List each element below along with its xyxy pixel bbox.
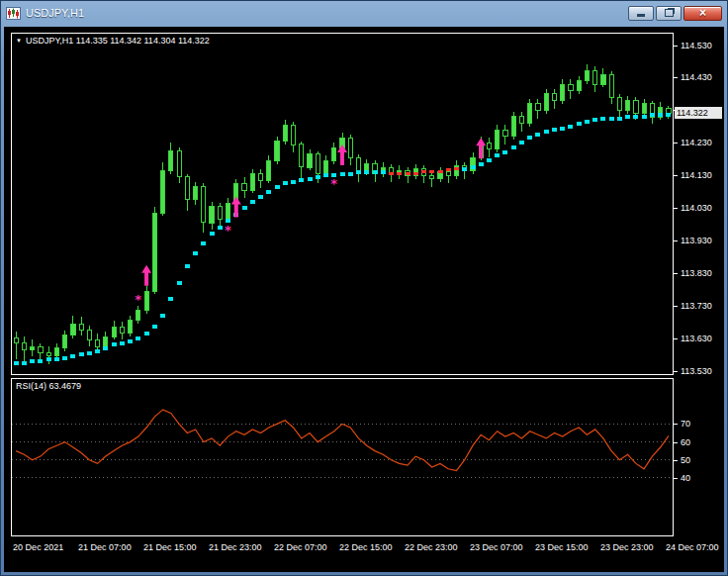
candlestick-chart-icon: [6, 7, 21, 20]
current-price-tag: 114.322: [675, 107, 722, 119]
rsi-axis-tick: [674, 478, 678, 479]
chart-client-area: *** ▼ USDJPY,H1 114.335 114.342 114.304 …: [4, 27, 724, 572]
ohlc-text: USDJPY,H1 114.335 114.342 114.304 114.32…: [26, 36, 210, 46]
rsi-axis-label: 50: [681, 455, 690, 465]
main-chart-pane[interactable]: *** ▼ USDJPY,H1 114.335 114.342 114.304 …: [11, 33, 674, 375]
time-axis-label: 23 Dec 07:00: [470, 542, 523, 552]
window-titlebar[interactable]: USDJPY,H1 ×: [1, 1, 727, 25]
rsi-axis-label: 60: [681, 437, 690, 447]
symbol-marker-icon: ▼: [16, 36, 22, 46]
rsi-pane[interactable]: RSI(14) 63.4679: [11, 378, 674, 536]
close-button[interactable]: ×: [683, 6, 722, 21]
chart-window: USDJPY,H1 × *** ▼ USDJPY,H1 114.335 114.…: [0, 0, 728, 576]
candlestick-chart: ***: [12, 34, 673, 374]
rsi-axis-label: 40: [681, 473, 690, 483]
restore-icon: [665, 9, 674, 17]
minimize-icon: [637, 14, 645, 17]
time-axis-label: 21 Dec 23:00: [209, 542, 262, 552]
rsi-axis-label: 70: [681, 419, 690, 429]
ohlc-label: ▼ USDJPY,H1 114.335 114.342 114.304 114.…: [16, 36, 210, 46]
rsi-axis-tick: [674, 424, 678, 425]
rsi-axis-tick: [674, 442, 678, 443]
time-axis-label: 22 Dec 07:00: [274, 542, 327, 552]
svg-text:*: *: [225, 223, 231, 238]
window-controls: ×: [628, 6, 722, 21]
time-axis-label: 21 Dec 15:00: [143, 542, 197, 552]
time-axis-label: 24 Dec 07:00: [666, 542, 719, 552]
close-icon: ×: [699, 7, 706, 20]
minimize-button[interactable]: [628, 6, 654, 21]
time-axis-label: 21 Dec 07:00: [78, 542, 132, 552]
time-axis[interactable]: 20 Dec 202121 Dec 07:0021 Dec 15:0021 De…: [4, 540, 726, 556]
time-axis-label: 23 Dec 23:00: [600, 542, 654, 552]
svg-text:*: *: [330, 176, 337, 191]
window-title: USDJPY,H1: [26, 7, 84, 19]
restore-button[interactable]: [656, 6, 682, 21]
time-axis-label: 23 Dec 15:00: [535, 542, 589, 552]
time-axis-label: 22 Dec 23:00: [405, 542, 458, 552]
time-axis-label: 20 Dec 2021: [13, 542, 63, 552]
rsi-chart: [12, 379, 673, 535]
svg-text:*: *: [135, 292, 141, 307]
rsi-label: RSI(14) 63.4679: [16, 381, 81, 391]
rsi-axis-tick: [674, 460, 678, 461]
time-axis-label: 22 Dec 15:00: [339, 542, 393, 552]
